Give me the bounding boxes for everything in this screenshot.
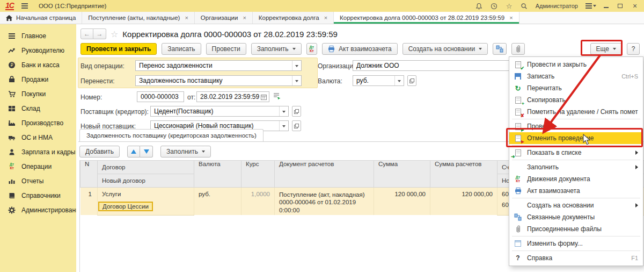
print-icon — [328, 46, 335, 52]
close-window-button[interactable]: × — [631, 2, 639, 10]
cell-num[interactable]: 1 — [80, 188, 98, 216]
menu-attached-files[interactable]: Присоединенные файлы — [509, 223, 643, 235]
main-menu-icon[interactable] — [21, 3, 28, 9]
fill-button[interactable]: Заполнить — [251, 43, 302, 55]
minimize-button[interactable] — [604, 4, 609, 8]
supplier-field[interactable]: Цедент(Поставщик) — [150, 106, 289, 117]
selected-cell[interactable]: Договор Цессии — [98, 202, 153, 211]
tab-home[interactable]: Начальная страница — [0, 12, 82, 24]
number-field[interactable]: 0000-000003 — [137, 91, 184, 102]
1c-logo: 1С — [5, 2, 14, 10]
maximize-button[interactable] — [618, 4, 623, 8]
menu-linked-documents[interactable]: Связанные документы — [509, 211, 643, 223]
doc-movements-button[interactable]: ДтКт — [306, 43, 317, 55]
close-tab-icon[interactable]: × — [509, 15, 513, 21]
tab-debt-adjustment-doc[interactable]: Корректировка долга 0000-000003 от 28.02… — [334, 12, 519, 24]
sidebar-item-warehouse[interactable]: Склад — [0, 101, 76, 116]
menu-mutual-settlement-act[interactable]: Акт взаимозачета — [509, 185, 643, 197]
bar-chart-icon — [8, 177, 16, 185]
operation-type-field[interactable]: Перенос задолженности — [135, 60, 302, 71]
move-row-up-button[interactable] — [127, 146, 140, 158]
sidebar-item-reports[interactable]: Отчеты — [0, 174, 76, 188]
history-icon[interactable] — [491, 2, 498, 10]
menu-create-based-on[interactable]: Создать на основании — [509, 199, 643, 211]
cell-doc[interactable]: Поступление (акт, накладная)0000-000046 … — [275, 188, 374, 216]
supplier-label: Поставщик (кредитор): — [80, 108, 149, 116]
dtkt-icon: ДтКт — [310, 45, 314, 53]
transfer-field[interactable]: Задолженность поставщику — [135, 75, 302, 86]
col-amount[interactable]: Сумма — [374, 161, 430, 188]
cell-contract[interactable]: Услуги — [98, 188, 194, 201]
tab-organizations[interactable]: Организации × — [195, 12, 253, 24]
open-icon — [294, 124, 299, 128]
menu-fill[interactable]: Заполнить — [509, 161, 643, 173]
col-currency[interactable]: Валюта — [194, 161, 241, 188]
col-rate[interactable]: Курс — [241, 161, 275, 188]
calendar-icon[interactable] — [261, 94, 267, 102]
up-arrow-icon — [131, 149, 136, 154]
post-and-close-button[interactable]: Провести и закрыть — [80, 43, 157, 55]
sidebar-item-bank-cash[interactable]: ₽ Банк и касса — [0, 58, 76, 72]
save-button[interactable]: Записать — [162, 43, 201, 55]
grid-fill-button[interactable]: Заполнить — [160, 146, 211, 158]
mutual-settlement-act-button[interactable]: Акт взаимозачета — [322, 43, 398, 55]
cell-rate[interactable]: 1,0000 — [241, 188, 275, 216]
menu-help[interactable]: ? Справка F1 — [509, 252, 643, 264]
back-button[interactable]: ← — [80, 28, 93, 39]
notifications-icon[interactable] — [475, 2, 483, 10]
add-row-button[interactable]: Добавить — [79, 146, 120, 158]
close-tab-icon[interactable]: × — [324, 15, 327, 21]
tab-receipts[interactable]: Поступление (акты, накладные) × — [82, 12, 195, 24]
sidebar-item-production[interactable]: Производство — [0, 116, 76, 130]
cell-amount-calc[interactable]: 120 000,00 — [430, 188, 497, 216]
tab-supplier-debt[interactable]: Задолженность поставщику (кредиторская з… — [79, 129, 264, 141]
sidebar-item-main[interactable]: Главное — [0, 28, 76, 43]
sidebar-item-administration[interactable]: Администрирование — [0, 203, 76, 217]
col-amount-calc[interactable]: Сумма расчетов — [430, 161, 497, 188]
sidebar-item-directories[interactable]: Справочники — [0, 188, 76, 203]
menu-doc-movements[interactable]: ДтКт Движения документа — [509, 173, 643, 185]
currency-label: Валюта: — [318, 77, 342, 85]
tab-debt-adjustment-list[interactable]: Корректировка долга × — [253, 12, 334, 24]
cell-currency[interactable]: руб. — [194, 188, 241, 216]
submenu-arrow-icon — [635, 203, 638, 207]
search-icon[interactable] — [521, 2, 528, 10]
date-field[interactable]: 28.02.2019 23:59:59 — [196, 91, 269, 102]
forward-button[interactable]: → — [93, 28, 106, 39]
close-tab-icon[interactable]: × — [185, 15, 188, 21]
sidebar-item-fixed-assets[interactable]: ОС и НМА — [0, 130, 76, 145]
set-current-date-icon[interactable] — [273, 92, 281, 102]
help-button[interactable]: ? — [627, 43, 640, 55]
col-doc[interactable]: Документ расчетов — [275, 161, 374, 188]
submenu-arrow-icon — [635, 165, 638, 169]
sidebar-item-manager[interactable]: Руководителю — [0, 43, 76, 58]
post-button[interactable]: Провести — [206, 43, 246, 55]
cell-amount[interactable]: 120 000,00 — [374, 188, 430, 216]
sidebar-item-purchases[interactable]: Покупки — [0, 87, 76, 101]
currency-open-button[interactable] — [407, 75, 416, 86]
sidebar-item-operations[interactable]: ДтКт Операции — [0, 159, 76, 174]
close-tab-icon[interactable]: × — [243, 15, 246, 21]
favorite-star-icon[interactable]: ☆ — [111, 29, 118, 39]
sidebar-item-sales[interactable]: Продажи — [0, 72, 76, 87]
col-contract[interactable]: Договор — [98, 161, 194, 174]
col-new-contract[interactable]: Новый договор — [98, 174, 194, 188]
currency-field[interactable]: руб. — [353, 75, 404, 86]
open-icon — [294, 109, 299, 114]
menu-show-in-list[interactable]: ➜ Показать в списке — [509, 147, 643, 159]
transfer-label: Перенести: — [80, 77, 114, 85]
favorites-icon[interactable]: ☆ — [506, 2, 513, 10]
supplier-open-button[interactable] — [292, 106, 301, 117]
service-menu-icon[interactable] — [586, 3, 596, 9]
person-icon — [8, 148, 16, 156]
menu-edit-form[interactable]: Изменить форму... — [509, 238, 643, 249]
current-user[interactable]: Администратор — [536, 3, 578, 9]
mouse-cursor — [583, 134, 591, 146]
col-num[interactable]: N — [80, 161, 98, 188]
sidebar-item-salary-hr[interactable]: Зарплата и кадры — [0, 145, 76, 159]
create-based-on-button[interactable]: Создать на основании — [402, 43, 488, 55]
move-row-down-button[interactable] — [140, 146, 153, 158]
linked-documents-button[interactable] — [493, 43, 507, 55]
open-icon — [409, 78, 414, 83]
cell-new-contract[interactable]: Договор Цессии — [98, 201, 194, 215]
